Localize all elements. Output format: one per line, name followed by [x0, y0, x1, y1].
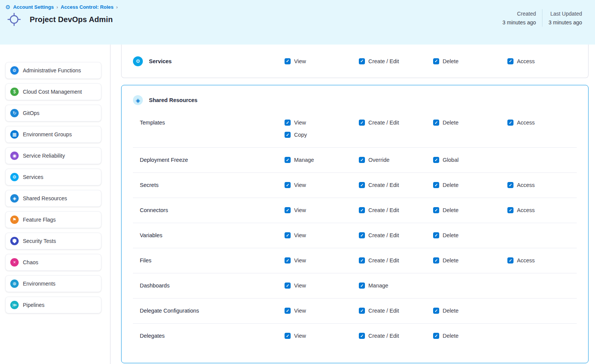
checkbox-checked[interactable]	[507, 182, 513, 188]
permission-view: View	[285, 206, 359, 214]
sidebar-item-environment-groups[interactable]: ▦Environment Groups	[5, 126, 101, 143]
permission-col: Access	[507, 181, 577, 189]
checkbox-checked[interactable]	[359, 257, 365, 263]
checkbox-checked[interactable]	[285, 58, 291, 64]
sidebar-item-label: Chaos	[23, 259, 38, 265]
resource-row-connectors: ConnectorsViewCreate / EditDeleteAccess	[133, 198, 577, 223]
permission-col: Delete	[433, 206, 507, 214]
header-title-row: Project DevOps Admin Created 3 minutes a…	[5, 12, 588, 27]
permission-col: View	[285, 307, 359, 315]
permission-label: Create / Edit	[368, 119, 399, 126]
permission-copy: Copy	[285, 131, 359, 139]
permission-delete: Delete	[433, 307, 507, 315]
permission-col: Delete	[433, 181, 507, 189]
checkbox-checked[interactable]	[433, 333, 439, 339]
permission-col: Create / Edit	[359, 231, 433, 239]
breadcrumb-separator: ›	[116, 5, 118, 10]
resource-row-label: Secrets	[133, 181, 285, 189]
checkbox-checked[interactable]	[433, 308, 439, 314]
permission-delete: Delete	[433, 231, 507, 239]
breadcrumb-link-account-settings[interactable]: Account Settings	[13, 4, 54, 10]
checkbox-checked[interactable]	[433, 157, 439, 163]
checkbox-checked[interactable]	[359, 333, 365, 339]
checkbox-checked[interactable]	[433, 182, 439, 188]
sidebar-item-pipelines[interactable]: ≫Pipelines	[5, 297, 101, 313]
checkbox-checked[interactable]	[507, 58, 513, 64]
sidebar-item-services[interactable]: ⚙Services	[5, 169, 101, 185]
permission-label: Copy	[294, 131, 307, 139]
sidebar-item-cloud-cost-management[interactable]: $Cloud Cost Management	[5, 83, 101, 100]
checkbox-checked[interactable]	[359, 207, 365, 213]
permission-manage: Manage	[359, 282, 433, 289]
resource-row-secrets: SecretsViewCreate / EditDeleteAccess	[133, 172, 577, 198]
permission-label: Override	[368, 156, 390, 164]
checkbox-checked[interactable]	[285, 283, 291, 289]
services-icon: ⚙	[133, 56, 143, 66]
permission-label: Delete	[443, 332, 459, 340]
created-value: 3 minutes ago	[502, 19, 536, 26]
shared-resources-rows: TemplatesViewCopyCreate / EditDeleteAcce…	[133, 110, 577, 348]
permission-col: Manage	[285, 156, 359, 164]
resource-row-dashboards: DashboardsViewManage	[133, 273, 577, 298]
permission-label: Manage	[368, 282, 388, 289]
page-header: ⚙ Account Settings › Access Control: Rol…	[0, 0, 595, 45]
checkbox-checked[interactable]	[507, 120, 513, 126]
checkbox-checked[interactable]	[359, 182, 365, 188]
security-tests-icon	[10, 237, 19, 245]
checkbox-checked[interactable]	[285, 120, 291, 126]
permission-label: Create / Edit	[368, 257, 399, 264]
permission-col: View	[285, 231, 359, 239]
permission-create-edit: Create / Edit	[359, 206, 433, 214]
resource-row-label: Connectors	[133, 206, 285, 214]
sidebar-item-environments[interactable]: ⊕Environments	[5, 275, 101, 292]
sidebar-item-security-tests[interactable]: Security Tests	[5, 233, 101, 249]
sidebar-item-shared-resources[interactable]: ◈Shared Resources	[5, 190, 101, 207]
sidebar-item-feature-flags[interactable]: ⚑Feature Flags	[5, 211, 101, 228]
checkbox-checked[interactable]	[433, 207, 439, 213]
permission-delete: Delete	[433, 257, 507, 264]
sidebar-item-label: Pipelines	[23, 302, 45, 308]
checkbox-checked[interactable]	[359, 283, 365, 289]
checkbox-checked[interactable]	[285, 333, 291, 339]
checkbox-checked[interactable]	[359, 120, 365, 126]
permission-col: Create / Edit	[359, 119, 433, 126]
pipelines-icon: ≫	[10, 301, 19, 309]
sidebar-item-service-reliability[interactable]: ◉Service Reliability	[5, 147, 101, 164]
checkbox-checked[interactable]	[433, 232, 439, 238]
checkbox-checked[interactable]	[285, 132, 291, 138]
checkbox-checked[interactable]	[285, 308, 291, 314]
checkbox-checked[interactable]	[433, 58, 439, 64]
checkbox-checked[interactable]	[285, 182, 291, 188]
checkbox-checked[interactable]	[285, 257, 291, 263]
permission-col: Global	[433, 156, 507, 164]
checkbox-checked[interactable]	[359, 308, 365, 314]
checkbox-checked[interactable]	[359, 232, 365, 238]
permission-view: View	[285, 231, 359, 239]
checkbox-checked[interactable]	[433, 120, 439, 126]
cloud-cost-icon: $	[10, 88, 19, 96]
checkbox-checked[interactable]	[507, 207, 513, 213]
permission-col: Create / Edit	[359, 257, 433, 264]
breadcrumb-link-access-control-roles[interactable]: Access Control: Roles	[61, 4, 114, 10]
gitops-icon: ↻	[10, 109, 19, 117]
checkbox-checked[interactable]	[359, 58, 365, 64]
sidebar-item-gitops[interactable]: ↻GitOps	[5, 105, 101, 121]
sidebar-item-chaos[interactable]: ×Chaos	[5, 254, 101, 271]
permission-label: Delete	[443, 307, 459, 315]
checkbox-checked[interactable]	[359, 157, 365, 163]
permission-view: View	[285, 181, 359, 189]
checkbox-checked[interactable]	[285, 207, 291, 213]
checkbox-checked[interactable]	[433, 257, 439, 263]
chaos-icon: ×	[10, 258, 19, 267]
checkbox-checked[interactable]	[285, 232, 291, 238]
permission-manage: Manage	[285, 156, 359, 164]
permission-label: View	[294, 332, 306, 340]
checkbox-checked[interactable]	[285, 157, 291, 163]
resource-category-sidebar: ⚙Administrative Functions$Cloud Cost Man…	[0, 45, 110, 364]
checkbox-checked[interactable]	[507, 257, 513, 263]
permission-delete: Delete	[433, 119, 507, 126]
permission-label: Access	[517, 181, 535, 189]
sidebar-item-administrative-functions[interactable]: ⚙Administrative Functions	[5, 62, 101, 79]
resource-row-variables: VariablesViewCreate / EditDelete	[133, 223, 577, 248]
resource-row-label: Delegate Configurations	[133, 307, 285, 315]
